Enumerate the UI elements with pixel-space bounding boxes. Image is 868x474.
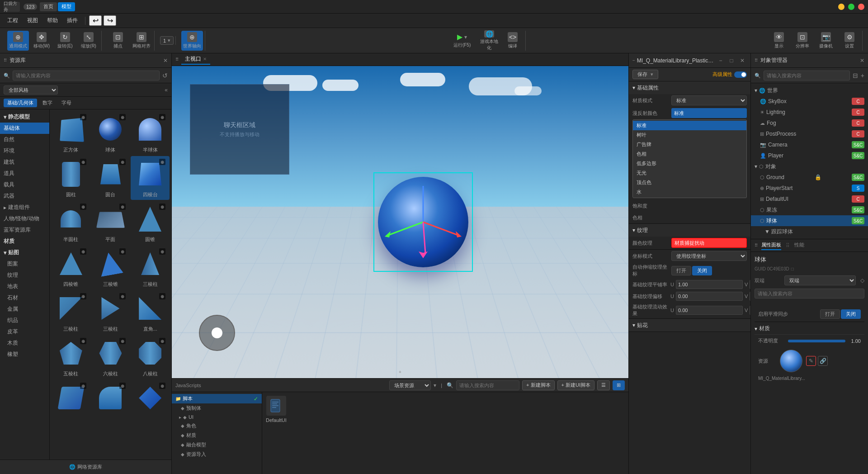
viewport-tab-close[interactable] xyxy=(203,57,207,62)
scene-resource-select[interactable]: 场景资源 xyxy=(389,380,431,390)
obj-ground[interactable]: ⬡ Ground 🔒 S&C xyxy=(751,172,868,183)
diffuse-option-water[interactable]: 水 xyxy=(633,187,746,197)
diffuse-option-billboard[interactable]: 广告牌 xyxy=(633,140,746,149)
asset-item-prism5[interactable]: ⊕ 五棱柱 xyxy=(52,335,90,379)
viewport-orbit-control[interactable] xyxy=(199,315,235,351)
category-material[interactable]: 材质 xyxy=(0,236,49,247)
mat-basic-header[interactable]: ▾ 基础属性 xyxy=(629,81,750,94)
obj-track-sphere[interactable]: ▼ 跟踪球体 xyxy=(751,226,868,237)
mat-minimize-btn[interactable]: − xyxy=(716,56,725,65)
tree-character[interactable]: ◆ 角色 xyxy=(172,421,262,431)
asset-item-prism3c[interactable]: ⊕ 三棱柱 xyxy=(91,290,130,334)
obj-world[interactable]: ▾ 🌐 世界 xyxy=(751,85,868,96)
category-architecture[interactable]: 建筑 xyxy=(0,156,49,168)
obj-skybox[interactable]: 🌐 SkyBox C xyxy=(751,96,868,107)
snap-btn[interactable]: ⊡ 捕点 xyxy=(107,31,129,51)
count-display[interactable]: 1 ▾ xyxy=(160,36,174,45)
asset-search-input[interactable] xyxy=(13,71,160,81)
diffuse-option-nolight[interactable]: 无光 xyxy=(633,168,746,178)
network-resource-btn[interactable]: 🌐 网络资源库 xyxy=(0,460,171,474)
obj-fog[interactable]: ☁ Fog C xyxy=(751,118,868,128)
tab-model[interactable]: 模型 xyxy=(58,2,75,11)
menu-project[interactable]: 工程 xyxy=(4,15,22,26)
redo-button[interactable]: ↪ xyxy=(104,15,116,26)
tab-homepage[interactable]: 首页 xyxy=(40,2,57,11)
tree-script[interactable]: 📁 脚本 ✓ xyxy=(172,394,262,403)
obj-manager-close[interactable] xyxy=(860,57,864,64)
obj-jelly[interactable]: ⬡ 果冻 S&C xyxy=(751,204,868,215)
asset-tab-number[interactable]: 数字 xyxy=(39,99,56,107)
category-static-model[interactable]: ▾ 静态模型 xyxy=(0,111,49,123)
category-wood[interactable]: 木质 xyxy=(0,337,49,349)
asset-item-frustum[interactable]: ⊕ 圆台 xyxy=(91,156,130,200)
texture-error-box[interactable]: 材质捕捉扰动 xyxy=(671,238,747,248)
resolution-btn[interactable]: ⊡ 分辨率 xyxy=(792,31,813,51)
menu-view[interactable]: 视图 xyxy=(24,15,42,26)
smooth-on-btn[interactable]: 打开 xyxy=(820,309,840,319)
props-search-input[interactable] xyxy=(755,289,864,299)
close-button[interactable] xyxy=(858,4,864,10)
asset-item-20[interactable]: ⊕ xyxy=(91,380,130,416)
view-grid-btn[interactable]: ⊞ xyxy=(613,380,625,390)
resource-link-btn[interactable]: 🔗 xyxy=(818,356,828,366)
opacity-bar[interactable] xyxy=(788,340,845,342)
mat-decal-header[interactable]: ▾ 贴花 xyxy=(629,319,750,332)
category-nature[interactable]: 自然 xyxy=(0,134,49,145)
asset-item-frustum4[interactable]: ⊕ 四棱台 xyxy=(131,156,170,200)
smooth-off-btn[interactable]: 关闭 xyxy=(841,309,861,319)
advanced-toggle-btn[interactable] xyxy=(734,71,747,78)
category-metal[interactable]: 金属 xyxy=(0,303,49,315)
category-prop[interactable]: 道具 xyxy=(0,168,49,179)
settings-btn[interactable]: ⚙ 设置 xyxy=(839,31,860,51)
refresh-icon[interactable] xyxy=(162,72,168,79)
tree-prefab[interactable]: ◆ 预制体 xyxy=(172,403,262,413)
asset-item-21[interactable]: ⊕ xyxy=(131,380,170,416)
obj-postprocess[interactable]: ⊞ PostProcess C xyxy=(751,128,868,139)
asset-item-prism6[interactable]: ⊕ 六棱柱 xyxy=(91,335,130,379)
props-tab-performance[interactable]: 性能 xyxy=(794,241,804,250)
script-file-defaultui[interactable]: DefaultUI xyxy=(266,396,287,423)
obj-search-input[interactable] xyxy=(764,71,850,81)
category-construction[interactable]: ▸ 建造组件 xyxy=(0,202,49,213)
tree-import[interactable]: ◆ 资源导入 xyxy=(172,450,262,459)
diffuse-option-vertexcolor[interactable]: 顶点色 xyxy=(633,178,746,187)
tile-u-input[interactable] xyxy=(676,280,743,289)
autostretch-on-btn[interactable]: 打开 xyxy=(671,266,691,275)
view-list-btn[interactable]: ☰ xyxy=(597,380,610,390)
rotate-btn[interactable]: ↻ 旋转(E) xyxy=(54,31,76,51)
new-ui-btn[interactable]: + 新建UI脚本 xyxy=(557,380,594,390)
style-filter-select[interactable]: 全部风格 xyxy=(4,85,58,95)
asset-panel-close[interactable] xyxy=(163,57,168,64)
diffuse-option-lowpoly[interactable]: 低多边形 xyxy=(633,159,746,168)
grid-btn[interactable]: ⊞ 网格对齐 xyxy=(131,31,152,51)
asset-item-prism8[interactable]: ⊕ 八棱柱 xyxy=(131,335,170,379)
camera-btn[interactable]: 📷 摄像机 xyxy=(815,31,837,51)
mat-close-btn[interactable]: ✕ xyxy=(738,56,747,65)
scale-btn[interactable]: ⤡ 缩放(R) xyxy=(78,31,99,51)
obj-filter-icon[interactable]: ⊟ xyxy=(853,72,858,79)
obj-lighting[interactable]: ☀ Lighting C xyxy=(751,107,868,118)
display-btn[interactable]: 👁 显示 xyxy=(768,31,790,51)
offset-u-input[interactable] xyxy=(676,292,743,301)
asset-item-prism3[interactable]: ⊕ 三棱柱 xyxy=(131,246,170,289)
guid-copy-btn[interactable]: □ xyxy=(791,266,794,271)
collapse-icon[interactable]: « xyxy=(165,87,168,93)
localize-btn[interactable]: 🌐 游戏本地化 xyxy=(478,31,500,51)
maximize-button[interactable] xyxy=(848,4,854,10)
bottom-search-input[interactable] xyxy=(456,380,519,390)
new-script-btn[interactable]: + 新建脚本 xyxy=(522,380,554,390)
obj-camera[interactable]: 📷 Camera S&C xyxy=(751,139,868,150)
obj-playerstart[interactable]: ⊕ PlayerStart S xyxy=(751,183,868,194)
minimize-button[interactable] xyxy=(838,4,844,10)
props-tab-attributes[interactable]: 属性面板 xyxy=(761,241,781,250)
obj-defaultui[interactable]: ⊞ DefaultUI C xyxy=(751,194,868,204)
asset-item-cylinder[interactable]: ⊕ 圆柱 xyxy=(52,156,90,200)
mat-save-btn[interactable]: 保存 ▾ xyxy=(632,70,658,79)
obj-sphere[interactable]: ⬡ 球体 S&C xyxy=(751,215,868,226)
autostretch-off-btn[interactable]: 关闭 xyxy=(692,266,712,275)
asset-item-cube[interactable]: ⊕ 正方体 xyxy=(52,111,90,155)
category-leather[interactable]: 皮革 xyxy=(0,326,49,337)
resource-edit-btn[interactable]: ✎ xyxy=(806,356,816,366)
asset-item-pyramid4[interactable]: ⊕ 四棱锥 xyxy=(52,246,90,289)
menu-help[interactable]: 帮助 xyxy=(43,15,61,26)
